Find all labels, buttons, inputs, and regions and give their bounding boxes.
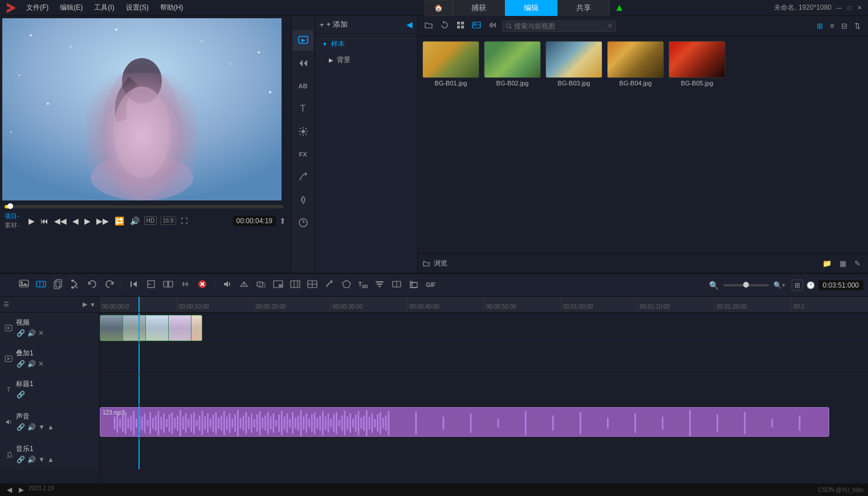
title-track-row[interactable] (100, 374, 868, 405)
tab-edit[interactable]: 编辑 (505, 0, 557, 17)
tl-filter-button[interactable] (372, 277, 387, 294)
search-clear-icon[interactable]: ✕ (608, 23, 612, 29)
view-list-button[interactable]: ≡ (827, 20, 837, 32)
menu-help[interactable]: 帮助(H) (156, 2, 188, 14)
sidebar-effects-button[interactable] (293, 121, 313, 142)
media-item-bg05[interactable]: BG-B05.jpg (669, 41, 726, 87)
view-large-grid-button[interactable]: ⊞ (814, 20, 826, 32)
back-button[interactable]: ◀ (71, 215, 80, 227)
sidebar-fx-button[interactable]: FX (293, 144, 313, 165)
maximize-button[interactable]: □ (845, 4, 853, 12)
menu-edit[interactable]: 编辑(E) (55, 2, 87, 14)
tl-correction-button[interactable] (389, 277, 404, 294)
media-folder-view-button[interactable]: 📁 (820, 257, 834, 269)
upload-button[interactable]: ▲ (610, 0, 629, 16)
audio-down-icon[interactable]: ▼ (38, 423, 46, 432)
loop-button[interactable]: 🔁 (113, 215, 125, 227)
sidebar-motion-button[interactable] (293, 167, 313, 187)
search-box[interactable]: ✕ (502, 21, 616, 32)
bottom-prev-button[interactable]: ◀ (5, 485, 14, 494)
tl-clip-button[interactable] (34, 277, 48, 294)
video-more-icon[interactable]: ✕ (38, 329, 44, 338)
bottom-next-button[interactable]: ▶ (17, 485, 26, 494)
tl-motion-button[interactable] (322, 277, 337, 294)
overlay-link-icon[interactable]: 🔗 (16, 359, 26, 368)
fit-view-button[interactable]: ⊞ (792, 280, 803, 291)
add-media-button[interactable]: + + 添加 (320, 19, 348, 30)
sidebar-overlay-button[interactable] (293, 190, 313, 210)
tl-undo-button[interactable] (85, 277, 100, 294)
tl-grid3-button[interactable] (288, 277, 303, 294)
overlay-more-icon[interactable]: ✕ (38, 359, 44, 368)
music-link-icon[interactable]: 🔗 (16, 455, 26, 464)
video-volume-icon[interactable]: 🔊 (27, 329, 36, 338)
audio-clip[interactable]: 123.mp3 /* rendered as static bars below… (100, 407, 829, 437)
tl-audio-button[interactable] (219, 277, 234, 294)
audio-track-row[interactable]: 123.mp3 /* rendered as static bars below… (100, 405, 868, 439)
tl-gif-button[interactable]: GIF (423, 280, 438, 290)
add-track-icon[interactable]: ▶ (83, 301, 87, 308)
music-volume-icon[interactable]: 🔊 (27, 455, 36, 464)
fullscreen-button[interactable]: ⛶ (180, 216, 189, 226)
track-options-icon[interactable]: ▼ (89, 301, 96, 308)
tl-crop2-button[interactable] (406, 277, 421, 294)
tab-share[interactable]: 共享 (557, 0, 610, 17)
media-item-bg01[interactable]: BG-B01.jpg (422, 41, 479, 87)
tl-delete-button[interactable] (195, 277, 210, 294)
audio-up-icon[interactable]: ▲ (47, 423, 55, 432)
project-label[interactable]: 项目- (5, 212, 19, 220)
media-grid-view-icon[interactable] (454, 19, 467, 33)
clock-icon[interactable]: 🕐 (806, 281, 815, 289)
zoom-slider[interactable] (723, 284, 769, 286)
sidebar-text-button[interactable]: AB (293, 76, 313, 96)
tracks-toggle-icon[interactable]: ☰ (3, 301, 9, 308)
menu-file[interactable]: 文件(F) (22, 2, 53, 14)
tl-mask-button[interactable] (339, 277, 354, 294)
zoom-in-button[interactable]: 🔍+ (771, 279, 788, 292)
tl-overlay-button[interactable] (254, 277, 268, 294)
audio-volume-icon[interactable]: 🔊 (27, 423, 36, 432)
app-logo[interactable] (5, 2, 17, 14)
close-button[interactable]: ✕ (855, 4, 863, 12)
media-item-bg04[interactable]: BG-B04.jpg (607, 41, 664, 87)
filter-icon[interactable]: ◀ (406, 20, 413, 29)
view-sort-button[interactable]: ⇅ (851, 20, 863, 32)
tl-pip-button[interactable] (271, 277, 286, 294)
tl-crop-button[interactable] (144, 277, 158, 294)
forward-button[interactable]: ▶ (83, 215, 92, 227)
tl-text3d-button[interactable]: T3D (356, 279, 370, 292)
tree-item-background[interactable]: ▶ 背景 (315, 52, 417, 68)
media-item-bg03[interactable]: BG-B03.jpg (545, 41, 602, 87)
volume-button[interactable]: 🔊 (129, 215, 141, 227)
tl-redo-button[interactable] (102, 277, 117, 294)
search-input[interactable] (514, 22, 605, 30)
sidebar-transition-button[interactable] (293, 53, 313, 73)
tree-item-sample[interactable]: ▼ 样本 (315, 36, 417, 52)
sidebar-media-button[interactable] (293, 30, 313, 51)
media-item-bg02[interactable]: BG-B02.jpg (484, 41, 541, 87)
sidebar-speed-button[interactable] (293, 212, 313, 233)
rewind-button[interactable]: ◀◀ (53, 215, 68, 227)
zoom-out-button[interactable]: 🔍 (707, 278, 721, 292)
timecode-adjust[interactable]: ⬆ (279, 216, 286, 226)
overlay-volume-icon[interactable]: 🔊 (27, 359, 36, 368)
fast-forward-button[interactable]: ▶▶ (95, 215, 110, 227)
tl-speed-button[interactable] (237, 277, 251, 294)
menu-tools[interactable]: 工具(I) (89, 2, 119, 14)
browse-button[interactable]: 浏览 (422, 259, 447, 268)
media-folder-icon[interactable] (422, 19, 435, 33)
tab-home[interactable]: 🏠 (425, 0, 453, 16)
video-link-icon[interactable]: 🔗 (16, 329, 26, 338)
seek-handle[interactable] (7, 203, 13, 209)
menu-settings[interactable]: 设置(S) (121, 2, 153, 14)
play-button[interactable]: ▶ (27, 215, 36, 227)
minimize-button[interactable]: — (835, 4, 843, 12)
sidebar-title-button[interactable]: T (293, 99, 313, 119)
media-image-icon[interactable] (470, 19, 483, 33)
music-down-icon[interactable]: ▼ (38, 455, 46, 464)
overlay-track-row[interactable] (100, 343, 868, 374)
view-small-grid-button[interactable]: ⊟ (838, 20, 850, 32)
video-track-row[interactable] (100, 313, 868, 343)
seek-bar[interactable] (5, 205, 284, 208)
tl-split-button[interactable] (161, 277, 176, 294)
